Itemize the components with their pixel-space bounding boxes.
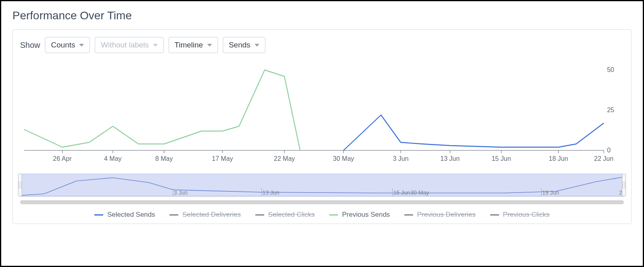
chart-card: Show Counts Without labels Timeline Send… [12, 29, 632, 224]
labels-dropdown-label: Without labels [101, 41, 149, 49]
svg-text:8 May: 8 May [155, 155, 173, 162]
svg-text:22 Jun: 22 Jun [594, 155, 613, 162]
svg-text:25: 25 [607, 106, 614, 113]
main-chart[interactable]: 0255026 Apr4 May8 May17 May22 May30 May3… [20, 62, 624, 166]
controls-row: Show Counts Without labels Timeline Send… [20, 37, 624, 53]
svg-text:13 Jun: 13 Jun [440, 155, 460, 162]
legend-swatch [490, 214, 499, 216]
chevron-down-icon [79, 44, 84, 47]
chevron-down-icon [153, 44, 158, 47]
timeline-dropdown-label: Timeline [175, 41, 203, 49]
svg-text:3 Jun: 3 Jun [174, 189, 187, 196]
svg-text:0: 0 [607, 146, 611, 154]
svg-text:18 Jun: 18 Jun [549, 155, 568, 162]
sends-dropdown[interactable]: Sends [223, 37, 265, 53]
legend: Selected Sends Selected Deliveries Selec… [20, 211, 624, 219]
legend-swatch [94, 214, 103, 216]
timeline-dropdown[interactable]: Timeline [169, 37, 218, 53]
svg-text:19 Jun: 19 Jun [542, 189, 559, 196]
show-label: Show [20, 41, 40, 50]
legend-swatch [329, 214, 338, 216]
legend-previous-sends[interactable]: Previous Sends [329, 211, 390, 219]
svg-text:26 Apr: 26 Apr [53, 155, 72, 162]
svg-text:15 Jun: 15 Jun [393, 189, 410, 196]
legend-swatch [404, 214, 413, 216]
svg-text:17 May: 17 May [212, 155, 233, 162]
counts-dropdown[interactable]: Counts [45, 37, 90, 53]
legend-previous-deliveries[interactable]: Previous Deliveries [404, 211, 476, 219]
svg-text:30 May: 30 May [333, 155, 354, 162]
legend-selected-sends[interactable]: Selected Sends [94, 211, 155, 219]
legend-swatch [255, 214, 264, 216]
navigator[interactable]: 3 Jun13 Jun15 Jun30 May19 Jun2... [20, 174, 624, 204]
legend-previous-clicks[interactable]: Previous Clicks [490, 211, 550, 219]
labels-dropdown[interactable]: Without labels [95, 37, 163, 53]
navigator-scrollbar[interactable] [20, 200, 624, 204]
svg-text:15 Jun: 15 Jun [491, 155, 511, 162]
chevron-down-icon [255, 44, 259, 47]
svg-text:4 May: 4 May [104, 155, 122, 162]
svg-text:30 May: 30 May [411, 189, 429, 196]
svg-text:22 May: 22 May [274, 155, 295, 162]
counts-dropdown-label: Counts [51, 41, 75, 49]
navigator-handle-left[interactable] [18, 174, 22, 196]
chart-svg: 0255026 Apr4 May8 May17 May22 May30 May3… [20, 62, 624, 166]
chevron-down-icon [207, 44, 212, 47]
navigator-handle-right[interactable] [622, 174, 626, 196]
navigator-svg: 3 Jun13 Jun15 Jun30 May19 Jun2... [20, 174, 624, 198]
legend-selected-deliveries[interactable]: Selected Deliveries [169, 211, 241, 219]
sends-dropdown-label: Sends [229, 41, 251, 49]
svg-text:3 Jun: 3 Jun [393, 155, 408, 162]
svg-text:13 Jun: 13 Jun [263, 189, 279, 196]
legend-selected-clicks[interactable]: Selected Clicks [255, 211, 315, 219]
panel-title: Performance Over Time [12, 9, 632, 22]
svg-text:50: 50 [607, 66, 614, 73]
legend-swatch [169, 214, 178, 216]
